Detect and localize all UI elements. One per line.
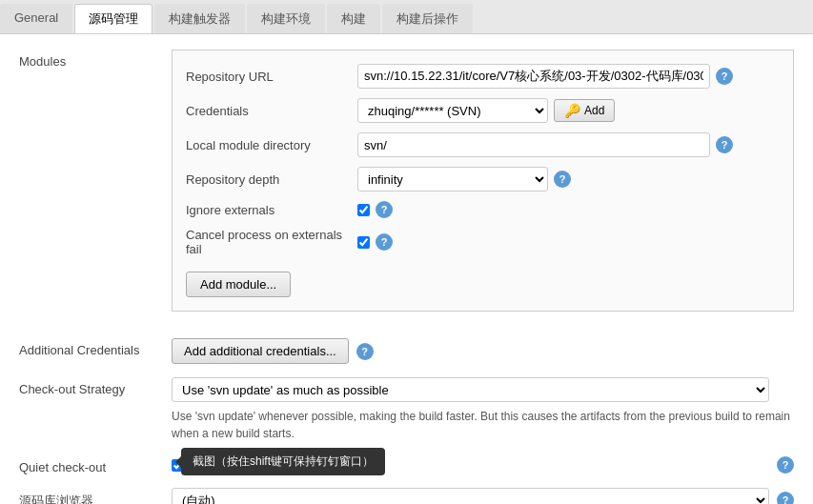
tab-build-trigger[interactable]: 构建触发器 xyxy=(154,4,245,33)
credentials-row: Credentials zhuqing/****** (SVN) 🔑 Add xyxy=(186,98,780,123)
cancel-process-row: Cancel process on externals fail ? xyxy=(186,228,780,256)
credentials-field: zhuqing/****** (SVN) 🔑 Add xyxy=(357,98,780,123)
additional-credentials-content: Add additional credentials... ? xyxy=(172,338,794,364)
credentials-label: Credentials xyxy=(186,104,357,118)
ignore-externals-help-icon[interactable]: ? xyxy=(376,201,393,218)
local-dir-row: Local module directory ? xyxy=(186,132,780,157)
checkout-strategy-label: Check-out Strategy xyxy=(19,377,172,396)
ignore-externals-field: ? xyxy=(357,201,780,218)
tab-post-build[interactable]: 构建后操作 xyxy=(382,4,473,33)
local-dir-label: Local module directory xyxy=(186,138,357,152)
cancel-process-checkbox[interactable] xyxy=(357,236,370,249)
modules-box: Repository URL ? Credentials zhuqing/***… xyxy=(172,50,794,312)
repo-depth-select[interactable]: infinity empty files immediates unknown xyxy=(357,167,548,192)
additional-credentials-label: Additional Credentials xyxy=(19,338,172,357)
modules-section-label: Modules xyxy=(19,50,172,69)
repo-depth-help-icon[interactable]: ? xyxy=(554,171,571,188)
ignore-externals-row: Ignore externals ? xyxy=(186,201,780,218)
tab-build[interactable]: 构建 xyxy=(327,4,380,33)
ignore-externals-checkbox[interactable] xyxy=(357,204,370,216)
add-btn-label: Add xyxy=(584,104,604,117)
additional-credentials-help-icon[interactable]: ? xyxy=(356,343,374,360)
repo-depth-field: infinity empty files immediates unknown … xyxy=(357,167,780,192)
checkout-info-text: Use 'svn update' whenever possible, maki… xyxy=(172,408,794,442)
repo-depth-row: Repository depth infinity empty files im… xyxy=(186,167,780,192)
main-content: Modules Repository URL ? Credentials xyxy=(0,34,813,504)
key-icon: 🔑 xyxy=(564,103,580,118)
repo-depth-label: Repository depth xyxy=(186,172,357,187)
repo-url-label: Repository URL xyxy=(186,70,357,84)
repo-url-row: Repository URL ? xyxy=(186,64,780,89)
quiet-checkout-row: Quiet check-out 截图（按住shift键可保持钉钉窗口） ? xyxy=(19,455,794,474)
modules-section: Modules Repository URL ? Credentials xyxy=(19,50,794,325)
modules-content: Repository URL ? Credentials zhuqing/***… xyxy=(172,50,794,325)
local-dir-input[interactable] xyxy=(357,132,710,157)
tab-bar: General 源码管理 构建触发器 构建环境 构建 构建后操作 xyxy=(0,0,813,34)
checkout-strategy-section: Check-out Strategy Use 'svn update' as m… xyxy=(19,377,794,442)
credentials-select[interactable]: zhuqing/****** (SVN) xyxy=(357,98,548,123)
browser-section: 源码库浏览器 (自动) ? xyxy=(19,488,794,504)
tab-general[interactable]: General xyxy=(0,4,72,33)
checkout-strategy-select[interactable]: Use 'svn update' as much as possible xyxy=(172,377,769,402)
checkout-strategy-content: Use 'svn update' as much as possible ? U… xyxy=(172,377,794,442)
cancel-process-help-icon[interactable]: ? xyxy=(376,233,393,251)
repo-url-help-icon[interactable]: ? xyxy=(716,68,733,85)
add-additional-credentials-button[interactable]: Add additional credentials... xyxy=(172,338,349,364)
browser-help-icon[interactable]: ? xyxy=(777,492,794,504)
add-credentials-button[interactable]: 🔑 Add xyxy=(554,99,615,122)
cancel-process-label: Cancel process on externals fail xyxy=(186,228,357,256)
ignore-externals-label: Ignore externals xyxy=(186,203,357,217)
additional-credentials-section: Additional Credentials Add additional cr… xyxy=(19,338,794,364)
local-dir-field: ? xyxy=(357,132,780,157)
repo-url-input[interactable] xyxy=(357,64,710,89)
browser-select[interactable]: (自动) xyxy=(172,488,769,504)
add-module-button[interactable]: Add module... xyxy=(186,272,291,297)
cancel-process-field: ? xyxy=(357,233,780,251)
tooltip-box: 截图（按住shift键可保持钉钉窗口） xyxy=(181,448,385,475)
repo-url-field: ? xyxy=(357,64,780,89)
tab-build-env[interactable]: 构建环境 xyxy=(247,4,325,33)
quiet-checkout-label: Quiet check-out xyxy=(19,455,172,474)
tab-source-mgmt[interactable]: 源码管理 xyxy=(74,4,152,33)
browser-label: 源码库浏览器 xyxy=(19,488,172,504)
browser-content: (自动) ? xyxy=(172,488,794,504)
quiet-checkout-help-icon[interactable]: ? xyxy=(777,456,794,474)
local-dir-help-icon[interactable]: ? xyxy=(716,136,733,153)
quiet-checkout-content: 截图（按住shift键可保持钉钉窗口） xyxy=(172,459,184,472)
